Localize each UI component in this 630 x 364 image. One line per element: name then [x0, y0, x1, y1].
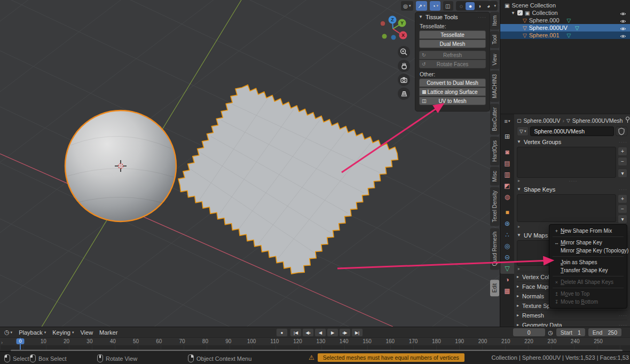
vertex-groups-list[interactable] [517, 147, 616, 178]
sidebar-tab[interactable]: Texel Density [490, 187, 499, 226]
context-menu-item[interactable]: + New Shape From Mix [549, 227, 627, 235]
collapsed-panel-header[interactable]: ▸ Remesh ···· [517, 310, 627, 320]
rotate-faces-button[interactable]: ↺ Rotate Faces [419, 60, 486, 68]
menu-view[interactable]: View [80, 329, 93, 336]
current-frame-field[interactable]: 0 [513, 328, 545, 336]
menu-marker[interactable]: Marker [99, 329, 117, 336]
sidebar-tab[interactable]: Quad Remesh [490, 228, 499, 270]
sidebar-tab[interactable]: Tool [490, 31, 499, 48]
play-reverse-button[interactable]: ◀ [314, 328, 326, 337]
dual-mesh-button[interactable]: Dual Mesh [419, 39, 486, 48]
start-frame-field[interactable]: Start 1 [556, 328, 585, 336]
outliner-row-sphere-000[interactable]: ▽ Sphere.000 ▽ [500, 17, 630, 24]
timeline-editor-type-button[interactable]: ◷ ▾ [4, 329, 12, 336]
shading-mode-button[interactable]: ◑ [475, 2, 484, 10]
properties-tab[interactable]: ∴ [500, 229, 514, 240]
current-frame-badge[interactable]: 0 [16, 338, 24, 344]
viewport-header-button[interactable]: ◫ [443, 1, 453, 11]
jump-to-end-button[interactable]: ▶| [351, 328, 363, 337]
properties-tab[interactable]: ▤ [500, 157, 514, 169]
pin-icon[interactable] [625, 116, 630, 124]
datablock-name-field[interactable]: Sphere.000UVMesh [530, 126, 614, 136]
sidebar-tab[interactable]: Item [490, 12, 499, 29]
properties-tab[interactable]: ◙ [500, 146, 514, 157]
sidebar-tab[interactable]: Misc [490, 167, 499, 186]
outliner-row-scene-collection[interactable]: ▣ Scene Collection [500, 2, 630, 9]
properties-tab[interactable]: ◎ [500, 240, 514, 251]
menu-playback[interactable]: Playback ▾ [19, 329, 46, 336]
shading-mode-button[interactable]: ◌ [456, 2, 466, 10]
jump-to-start-button[interactable]: |◀ [290, 328, 302, 337]
viewport-header-button[interactable]: ↗ ▾ [416, 1, 428, 11]
timeline-ruler[interactable]: 1020304050607080901001101201301401501601… [0, 337, 630, 345]
outliner-row-sphere-001[interactable]: ▽ Sphere.001 ▽ [500, 31, 630, 39]
record-button[interactable]: ● [276, 328, 288, 337]
drag-grip-icon[interactable]: ···· [619, 187, 627, 192]
context-menu-item[interactable]: ↥ Move to Top [549, 290, 627, 298]
sidebar-tab[interactable]: View [490, 50, 499, 69]
tessellate-button[interactable]: Tessellate [419, 30, 486, 39]
convert-to-dual-mesh-button[interactable]: Convert to Dual Mesh [419, 78, 486, 87]
properties-tab[interactable]: ⊝ [500, 251, 514, 263]
refresh-button[interactable]: ↻ Refresh [419, 51, 486, 59]
shape-key-specials-menu-button[interactable]: ▾ [618, 215, 627, 224]
outliner-row-collection[interactable]: ▼ ✓ ▣ Collection [500, 9, 630, 17]
drag-grip-icon[interactable]: ···· [619, 139, 627, 145]
prev-keyframe-button[interactable]: ◀• [302, 328, 314, 337]
3d-viewport[interactable]: ◎ ▾ ↗ ▾ ◔ ▾ ◫ ◌ ● [0, 0, 500, 327]
collection-checkbox[interactable]: ✓ [517, 10, 523, 15]
editor-type-selector[interactable]: ≡ ▾ [500, 116, 514, 126]
tissue-panel-header[interactable]: ▼ Tissue Tools ···· [415, 12, 490, 21]
timeline-track[interactable] [0, 345, 630, 350]
sidebar-tab[interactable]: MACHIN3 [490, 70, 499, 102]
sidebar-tab[interactable]: HardOps [490, 137, 499, 165]
properties-tab[interactable]: ◑ [500, 274, 514, 285]
sidebar-tab[interactable]: BoxCutter [490, 104, 499, 134]
context-menu-item[interactable]: ↧ Move to Bottom [549, 298, 627, 306]
navigation-gizmo[interactable]: Z Y X [376, 13, 410, 48]
specials-menu-button[interactable]: ▾ [618, 169, 627, 178]
play-button[interactable]: ▶ [327, 328, 338, 337]
context-menu-item[interactable]: × Delete All Shape Keys [549, 278, 627, 286]
shading-mode-button[interactable]: ◕ [484, 2, 493, 10]
uv-to-mesh-button[interactable]: ◫ UV to Mesh [419, 97, 486, 105]
list-filter-row[interactable]: ▸ ···· [517, 178, 627, 184]
remove-button[interactable]: − [618, 204, 627, 213]
camera-view-button[interactable] [398, 74, 410, 86]
perspective-toggle-button[interactable] [398, 88, 410, 100]
shape-keys-list[interactable] [517, 194, 616, 222]
fake-user-shield-button[interactable] [616, 126, 627, 136]
next-keyframe-button[interactable]: •▶ [339, 328, 351, 337]
context-menu-item[interactable] [553, 256, 624, 257]
properties-tab[interactable]: ▥ [500, 169, 514, 180]
menu-keying[interactable]: Keying ▾ [52, 329, 74, 336]
properties-tab[interactable]: ▽ [500, 263, 514, 274]
properties-tab[interactable]: ◩ [500, 180, 514, 191]
viewport-header-button[interactable]: ◎ ▾ [401, 1, 413, 11]
outliner-row-sphere-000uv[interactable]: ▽ Sphere.000UV ▽ [500, 24, 630, 31]
context-menu-item[interactable] [553, 236, 624, 237]
shading-mode-button[interactable]: ● [466, 2, 475, 10]
context-menu-item[interactable] [553, 276, 624, 276]
drag-grip-icon[interactable]: ···· [478, 14, 486, 20]
sidebar-tab[interactable]: Edit [490, 280, 499, 296]
mesh-datablock-selector[interactable]: ▽ ▾ [517, 126, 529, 136]
viewport-header-button[interactable]: ◔ ▾ [430, 1, 440, 11]
end-frame-field[interactable]: End 250 [588, 328, 621, 336]
lattice-along-surface-button[interactable]: ▦ Lattice along Surface [419, 88, 486, 96]
vertex-groups-panel-header[interactable]: ▼ Vertex Groups ···· [517, 138, 627, 146]
properties-tab[interactable]: ⊛ [500, 218, 514, 229]
context-menu-item[interactable]: Transfer Shape Key [549, 266, 627, 274]
properties-tab[interactable]: ▩ [500, 285, 514, 296]
context-menu-item[interactable]: ↔ Mirror Shape Key [549, 239, 627, 247]
context-menu-item[interactable]: Mirror Shape Key (Topology) [549, 247, 627, 255]
properties-tab[interactable]: ⊞ [500, 131, 514, 142]
properties-tab[interactable]: ◍ [500, 191, 514, 202]
pan-hand-button[interactable] [398, 60, 410, 72]
zoom-button[interactable] [398, 46, 410, 58]
shape-keys-panel-header[interactable]: ▼ Shape Keys ···· [517, 185, 627, 193]
remove-button[interactable]: − [618, 157, 627, 166]
add-button[interactable]: + [618, 147, 627, 156]
eye-visibility-icon[interactable] [620, 33, 626, 39]
context-menu-item[interactable] [553, 288, 624, 288]
